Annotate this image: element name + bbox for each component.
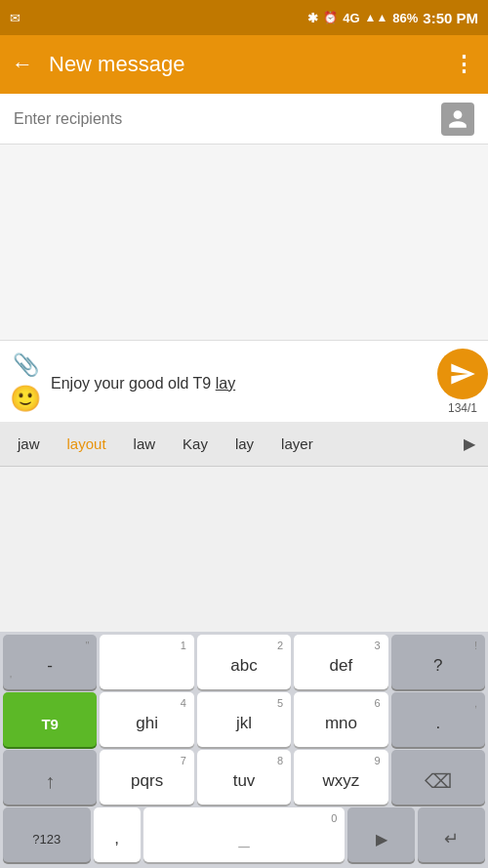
compose-left-icons: 📎 🙂 [0,341,51,422]
key-num-label: 6 [375,697,381,709]
time-label: 3:50 PM [423,10,478,26]
app-bar: ← New message ⋮ [0,35,488,94]
key-backspace[interactable]: ⌫ [391,750,485,805]
battery-label: 86% [392,11,418,25]
emoji-button[interactable]: 🙂 [10,384,41,414]
key-8-tuv[interactable]: 8 tuv [197,750,291,805]
key-quote-dash[interactable]: " - ' [3,635,97,689]
network-label: 4G [343,11,359,25]
key-main-label: jkl [236,714,252,733]
key-4-ghi[interactable]: 4 ghi [100,692,193,747]
keyboard-row-1: " - ' 1 2 abc 3 def ! ? [0,632,488,689]
key-main-label: - [47,656,53,676]
key-shift[interactable]: ↑ [3,750,97,805]
attach-button[interactable]: 📎 [13,352,39,378]
page-title: New message [49,52,453,77]
key-main-label: T9 [41,716,59,732]
contact-picker-button[interactable] [441,103,474,136]
bluetooth-icon: ✱ [307,11,318,25]
key-main-label: pqrs [131,771,163,791]
status-bar-right: ✱ ⏰ 4G ▲▲ 86% 3:50 PM [307,10,478,26]
key-main-label: wxyz [323,771,360,791]
suggestion-item-0[interactable]: jaw [4,430,54,458]
key-num-label: 0 [331,812,337,824]
mail-icon: ✉ [10,11,20,25]
suggestion-item-3[interactable]: Kay [169,430,222,458]
compose-right-section: 134/1 [437,349,488,415]
status-bar-left: ✉ [10,11,20,25]
arrow-right-icon: ▶ [376,830,387,848]
key-main-label: . [435,714,440,733]
key-sub-label: ' [10,674,12,685]
shift-icon: ↑ [45,770,55,793]
recipients-input[interactable] [14,110,441,128]
key-num-label: 1 [181,640,186,651]
key-space[interactable]: 0 _ [143,807,346,862]
key-num-label: 8 [277,755,283,766]
key-symbols[interactable]: ?123 [3,807,91,862]
key-num-label: 2 [277,640,283,651]
space-label: _ [238,826,249,848]
key-num-label: 7 [181,755,186,766]
key-bottom-comma[interactable]: , [94,807,141,862]
key-num-label: 4 [181,697,186,709]
compose-text-static: Enjoy your good old T9 [51,375,216,392]
send-button[interactable] [437,349,488,399]
suggestion-item-2[interactable]: law [120,430,170,458]
key-num-label: 5 [277,697,283,709]
key-5-jkl[interactable]: 5 jkl [197,692,291,747]
key-num-label: 3 [375,640,381,651]
key-main-label: def [330,656,353,676]
send-icon [449,360,476,388]
key-exclaim-question[interactable]: ! ? [391,635,485,689]
key-main-label: tuv [233,771,256,791]
person-icon [447,108,468,130]
status-bar: ✉ ✱ ⏰ 4G ▲▲ 86% 3:50 PM [0,0,488,35]
key-main-label: ghi [136,714,158,733]
backspace-icon: ⌫ [425,769,452,793]
key-1[interactable]: 1 [100,635,193,689]
key-num-label: , [474,697,477,709]
key-main-label: mno [325,714,357,733]
compose-underlined-word: lay [216,375,235,392]
message-area[interactable] [0,145,488,340]
key-num-label: ! [474,640,477,651]
suggestion-item-5[interactable]: layer [267,430,327,458]
recipients-row [0,94,488,145]
signal-icon: ▲▲ [365,11,388,24]
key-main-label: , [114,829,119,848]
key-t9[interactable]: T9 [3,692,97,747]
suggestions-arrow-button[interactable]: ▶ [455,430,484,459]
key-arrow-right[interactable]: ▶ [347,807,415,862]
key-main-label: abc [230,656,257,676]
key-7-pqrs[interactable]: 7 pqrs [100,750,193,805]
key-num-label: 9 [375,755,381,766]
key-2-abc[interactable]: 2 abc [197,635,291,689]
suggestion-item-4[interactable]: lay [222,430,267,458]
keyboard-row-4: ?123 , 0 _ ▶ ↵ [0,805,488,868]
key-main-label: ? [433,656,442,676]
compose-text-area[interactable]: Enjoy your good old T9 lay [51,371,437,393]
suggestions-row: jaw layout law Kay lay layer ▶ [0,422,488,467]
keyboard: " - ' 1 2 abc 3 def ! ? T9 4 ghi 5 [0,632,488,868]
key-main-label: ?123 [32,832,61,847]
key-6-mno[interactable]: 6 mno [294,692,387,747]
key-enter[interactable]: ↵ [418,807,485,862]
key-num-label: " [86,640,90,651]
more-options-button[interactable]: ⋮ [453,52,476,77]
key-comma-period[interactable]: , . [391,692,485,747]
keyboard-row-3: ↑ 7 pqrs 8 tuv 9 wxyz ⌫ [0,747,488,805]
keyboard-row-2: T9 4 ghi 5 jkl 6 mno , . [0,689,488,747]
compose-row: 📎 🙂 Enjoy your good old T9 lay 134/1 [0,340,488,422]
alarm-icon: ⏰ [323,11,338,24]
char-count-label: 134/1 [448,401,477,415]
back-button[interactable]: ← [12,52,33,77]
key-3-def[interactable]: 3 def [294,635,387,689]
suggestion-item-1[interactable]: layout [54,430,120,458]
key-9-wxyz[interactable]: 9 wxyz [294,750,387,805]
enter-icon: ↵ [444,828,459,849]
